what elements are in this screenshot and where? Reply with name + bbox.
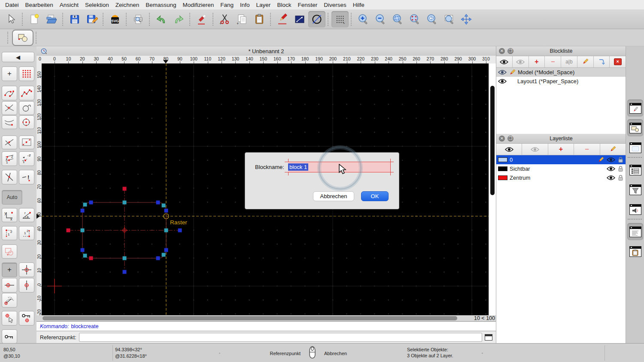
selection-handle-red[interactable] [67, 229, 70, 232]
block-show-all-button[interactable] [496, 56, 513, 67]
menu-layer[interactable]: Layer [256, 2, 271, 8]
selection-handle-cyan[interactable] [162, 204, 166, 208]
grid-toggle-button[interactable]: + [331, 11, 349, 27]
svg-export-button[interactable]: SVG [106, 11, 124, 27]
block-insert-button[interactable] [594, 56, 610, 67]
menu-block[interactable]: Block [277, 2, 291, 8]
selection-handle-red[interactable] [89, 256, 93, 260]
selection-handle-cyan[interactable] [83, 254, 87, 258]
snap-snap-free-button[interactable]: + [2, 66, 17, 81]
snap-cursor-cross-button[interactable] [2, 311, 17, 326]
selection-handle-blue[interactable] [81, 209, 85, 213]
snap-back-button[interactable]: ◀ [2, 52, 34, 62]
snap-snap-endpoint-button[interactable] [2, 86, 17, 100]
block-edit-button[interactable] [577, 56, 594, 67]
block-hide-all-button[interactable] [513, 56, 529, 67]
snap-coord-xy-button[interactable]: yx [2, 208, 17, 222]
snap-snap-cross-button[interactable] [2, 170, 17, 184]
snap-key-button[interactable] [2, 329, 17, 344]
selection-handle-cyan[interactable] [123, 256, 127, 260]
snap-plus-pressed-button[interactable]: + [2, 262, 17, 277]
cut-button[interactable]: + [216, 11, 234, 27]
command-input[interactable] [79, 333, 482, 342]
selection-handle-blue[interactable] [156, 201, 160, 205]
snap-snap-onentity-button[interactable] [19, 86, 34, 100]
snap-rel-b-button[interactable]: 12 [19, 226, 34, 240]
snap-cross-h-button[interactable] [2, 278, 17, 293]
selection-handle-blue[interactable] [81, 248, 85, 252]
snap-rel-a-button[interactable]: 12 [2, 226, 17, 240]
snap-snap-grid-button[interactable] [19, 66, 34, 81]
zoom-in-button[interactable] [355, 11, 372, 27]
shapes-tool-button[interactable] [12, 30, 33, 46]
zoom-out-button[interactable] [372, 11, 389, 27]
layer-row[interactable]: Sichtbar [496, 164, 626, 173]
snap-snap-arcdot-button[interactable] [2, 115, 17, 129]
selection-handle-blue[interactable] [178, 229, 182, 232]
snap-gauge-button[interactable] [2, 293, 17, 308]
lock-icon[interactable] [618, 175, 623, 181]
horizontal-scroll-thumb[interactable] [43, 316, 457, 320]
eye-icon[interactable] [607, 166, 615, 172]
block-remove-button[interactable]: − [545, 56, 561, 67]
redo-button[interactable] [170, 11, 187, 27]
menu-modifizieren[interactable]: Modifizieren [183, 2, 214, 8]
undo-button[interactable] [153, 11, 170, 27]
ok-button[interactable]: OK [361, 191, 389, 201]
vertical-scrollbar[interactable] [489, 63, 496, 315]
command-dock-button[interactable] [485, 334, 492, 341]
zoom-auto-button[interactable] [389, 11, 406, 27]
snap-coord-polar-button[interactable]: ra [19, 208, 34, 222]
zoom-window-button[interactable] [440, 11, 458, 27]
snap-snap-none-button[interactable]: ! [19, 170, 34, 184]
snap-snap-center-button[interactable] [19, 115, 34, 129]
block-row[interactable]: Layout1 (*Paper_Space) [496, 77, 626, 86]
pencil-icon[interactable] [597, 157, 604, 163]
block-rename-button[interactable]: a|b [561, 56, 577, 67]
paste-button[interactable] [251, 11, 268, 27]
selection-handle-blue[interactable] [89, 201, 93, 205]
snap-key-cross-button[interactable] [19, 311, 34, 326]
layer-remove-button[interactable]: − [574, 144, 600, 155]
pointer-tool-button[interactable] [3, 11, 20, 27]
layer-hide-all-button[interactable] [522, 144, 548, 155]
layer-add-button[interactable]: + [548, 144, 574, 155]
open-file-button[interactable] [43, 11, 60, 27]
draw-pencil-button[interactable] [274, 11, 291, 27]
list-widget-toggle[interactable] [627, 161, 643, 178]
menu-zeichnen[interactable]: Zeichnen [115, 2, 140, 8]
snap-red-shape-button[interactable] [2, 244, 17, 259]
block-delete-all-button[interactable]: × [610, 56, 626, 67]
snap-snap-hook-button[interactable] [19, 101, 34, 115]
eye-icon[interactable] [607, 175, 615, 181]
snap-restrict-2-button[interactable]: 12 [19, 151, 34, 166]
snap-cross-v-button[interactable] [19, 278, 34, 293]
menu-info[interactable]: Info [240, 2, 250, 8]
zoom-pan-button[interactable] [458, 11, 475, 27]
delete-tool-button[interactable] [193, 11, 210, 27]
new-file-button[interactable] [26, 11, 43, 27]
selection-handle-blue[interactable] [164, 248, 168, 252]
selection-handle-cyan[interactable] [81, 229, 85, 232]
notify-widget-toggle[interactable] [627, 201, 643, 218]
selection-handle-cyan[interactable] [162, 253, 166, 257]
eye-icon[interactable] [498, 69, 507, 75]
block-add-button[interactable]: + [529, 56, 545, 67]
layer-edit-button[interactable] [600, 144, 626, 155]
save-file-button[interactable] [66, 11, 83, 27]
selection-handle-blue[interactable] [164, 209, 168, 213]
layer-show-all-button[interactable] [496, 144, 522, 155]
clipboard-widget-toggle[interactable] [627, 243, 643, 260]
library-browser-toggle[interactable] [627, 119, 643, 136]
snap-snap-intersection-button[interactable] [2, 101, 17, 115]
command-widget-toggle[interactable] [627, 223, 643, 240]
zoom-select-button[interactable] [406, 11, 423, 27]
selection-handle-red[interactable] [123, 187, 127, 191]
document-titlebar[interactable]: * Unbenannt 2 [36, 46, 496, 56]
menu-fang[interactable]: Fang [220, 2, 234, 8]
snap-cross-circle-button[interactable] [19, 262, 34, 277]
blank-widget-toggle[interactable] [627, 139, 643, 156]
cancel-button[interactable]: Abbrechen [313, 191, 354, 201]
menu-diverses[interactable]: Diverses [324, 2, 346, 8]
menu-bemassung[interactable]: Bemassung [146, 2, 176, 8]
